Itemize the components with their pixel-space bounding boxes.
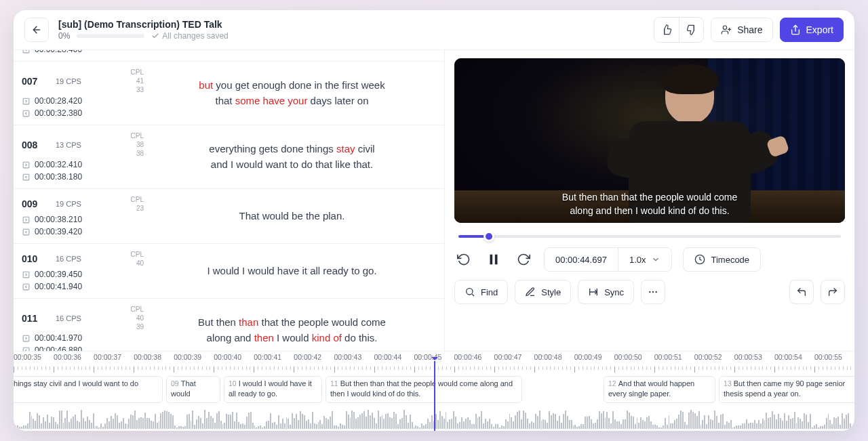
timeline-clip[interactable]: 11But then than that the people would co…: [326, 376, 522, 403]
subtitle-cps: 16 CPS: [56, 255, 81, 263]
subtitle-row[interactable]: 006 3700:00:20.04000:00:28.400You get st…: [14, 50, 444, 62]
seek-slider[interactable]: [458, 235, 841, 238]
subtitle-row[interactable]: 007 19 CPS CPL413300:00:28.42000:00:32.3…: [14, 62, 444, 125]
forward-icon: [517, 253, 530, 266]
style-button[interactable]: Style: [515, 280, 571, 304]
video-player[interactable]: But then than that the people would come…: [454, 58, 845, 223]
search-icon: [465, 287, 475, 297]
thumbs-up-button[interactable]: [654, 18, 679, 42]
back-button[interactable]: [24, 18, 49, 42]
check-icon: [151, 32, 159, 40]
time-out[interactable]: 00:00:39.420: [35, 227, 82, 236]
clip-number: 12: [608, 379, 616, 387]
subtitle-row[interactable]: 010 16 CPS CPL4000:00:39.45000:00:41.940…: [14, 244, 444, 299]
cpl-value: 38: [131, 141, 144, 148]
forward-button[interactable]: [514, 250, 533, 269]
svg-rect-6: [23, 50, 29, 52]
progress-percent: 0%: [58, 31, 70, 41]
export-icon: [790, 24, 801, 35]
subtitle-text[interactable]: That would be the plan.: [148, 196, 436, 236]
svg-rect-17: [490, 255, 493, 265]
subtitle-number: 009: [22, 198, 46, 209]
cpl-value: 40: [131, 259, 144, 267]
time-out[interactable]: 00:00:32.380: [35, 108, 82, 118]
timeline-clip[interactable]: things stay civil and I would want to do: [14, 376, 163, 403]
undo-button[interactable]: [789, 280, 814, 304]
svg-rect-12: [23, 229, 29, 235]
pencil-icon: [525, 287, 536, 297]
subtitle-row[interactable]: 011 16 CPS CPL403900:00:41.97000:00:46.8…: [14, 299, 444, 351]
cpl-label: CPL: [131, 306, 144, 313]
svg-rect-7: [23, 98, 29, 104]
timeline-clip[interactable]: 10I would I would have it all ready to g…: [224, 376, 322, 403]
time-in[interactable]: 00:00:41.970: [35, 333, 82, 343]
current-timecode[interactable]: 00:00:44.697: [545, 248, 618, 271]
time-in[interactable]: 00:00:28.420: [35, 96, 82, 106]
video-caption: But then than that the people would come…: [478, 191, 822, 217]
redo-button[interactable]: [821, 280, 845, 304]
ruler-label: 00:00:51: [654, 353, 694, 361]
clip-number: 09: [171, 379, 179, 387]
cpl-label: CPL: [131, 196, 144, 203]
time-out[interactable]: 00:00:41.940: [35, 282, 82, 291]
time-in[interactable]: 00:00:38.210: [35, 215, 82, 224]
clip-text: things stay civil and I would want to do: [14, 379, 138, 387]
pause-button[interactable]: [484, 250, 503, 269]
time-in-icon: [22, 215, 31, 224]
thumbs-down-button[interactable]: [679, 18, 703, 42]
svg-rect-11: [23, 217, 29, 223]
sync-icon: [588, 287, 599, 297]
subtitle-number: 007: [22, 76, 46, 87]
subtitle-list[interactable]: 006 3700:00:20.04000:00:28.400You get st…: [14, 50, 445, 351]
subtitle-row[interactable]: 008 13 CPS CPL383800:00:32.41000:00:38.1…: [14, 125, 444, 189]
time-out[interactable]: 00:00:28.400: [35, 50, 82, 54]
time-in[interactable]: 00:00:32.410: [35, 160, 82, 169]
ruler-label: 00:00:39: [174, 353, 214, 361]
ruler-label: 00:00:49: [574, 353, 614, 361]
chevron-down-icon: [651, 255, 660, 264]
subtitle-text[interactable]: You get started maybe a little slowly: [148, 50, 436, 54]
subtitle-text[interactable]: But then than that the people would come…: [148, 306, 436, 351]
clip-text: And that would happen every single paper…: [608, 379, 694, 398]
cpl-value: 39: [131, 323, 144, 331]
svg-rect-9: [23, 162, 29, 168]
more-button[interactable]: [641, 280, 665, 304]
ruler-label: 00:00:55: [814, 353, 854, 361]
clip-text: I would I would have it all ready to go.: [229, 379, 312, 398]
cpl-value: 38: [131, 150, 144, 157]
find-button[interactable]: Find: [454, 280, 508, 304]
ruler-label: 00:00:35: [14, 353, 54, 361]
clip-text: But then came my 90 page senior thesis s…: [724, 379, 845, 398]
time-out[interactable]: 00:00:46.880: [35, 345, 82, 351]
subtitle-row[interactable]: 009 19 CPS CPL2300:00:38.21000:00:39.420…: [14, 189, 444, 244]
project-title: [sub] (Demo Transcription) TED Talk: [58, 19, 229, 30]
user-plus-icon: [721, 24, 732, 35]
time-in-icon: [22, 161, 31, 169]
subtitle-text[interactable]: everything gets done things stay civilan…: [148, 132, 436, 182]
subtitle-text[interactable]: I would I would have it all ready to go.: [148, 251, 436, 291]
timeline-playhead[interactable]: [434, 361, 435, 431]
progress-bar: [77, 34, 144, 38]
time-out-icon: [22, 282, 31, 291]
time-out-icon: [22, 50, 31, 54]
time-out[interactable]: 00:00:38.180: [35, 172, 82, 182]
redo-icon: [827, 287, 838, 297]
timeline-clip[interactable]: 12And that would happen every single pap…: [604, 376, 715, 403]
time-out-icon: [22, 173, 31, 182]
sync-button[interactable]: Sync: [578, 280, 634, 304]
share-button[interactable]: Share: [711, 18, 772, 42]
export-button[interactable]: Export: [780, 18, 844, 42]
timeline-clip[interactable]: 09That would: [166, 376, 220, 403]
ruler-label: 00:00:46: [454, 353, 494, 361]
svg-point-20: [467, 289, 473, 295]
speed-select[interactable]: 1.0x: [618, 248, 672, 271]
timecode-button[interactable]: Timecode: [684, 248, 760, 271]
time-in[interactable]: 00:00:39.450: [35, 270, 82, 279]
timeline-clip[interactable]: 13But then came my 90 page senior thesis…: [719, 376, 854, 403]
svg-rect-18: [495, 255, 498, 265]
svg-rect-8: [23, 110, 29, 117]
timeline[interactable]: 00:00:3500:00:3600:00:3700:00:3800:00:39…: [14, 351, 854, 431]
replay-button[interactable]: [454, 250, 473, 269]
cpl-value: 33: [131, 86, 144, 93]
subtitle-text[interactable]: but you get enough done in the first wee…: [148, 68, 436, 118]
